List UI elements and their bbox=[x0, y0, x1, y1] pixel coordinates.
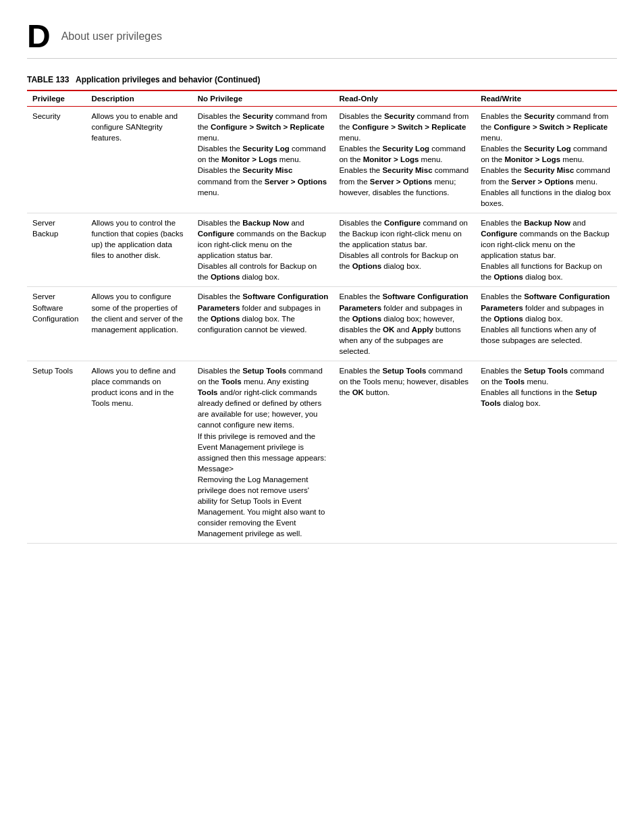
table-row: Server BackupAllows you to control the f… bbox=[27, 213, 617, 287]
cell-no-privilege: Disables the Backup Now and Configure co… bbox=[192, 213, 334, 287]
cell-description: Allows you to enable and configure SANte… bbox=[86, 107, 192, 213]
cell-privilege: Server Backup bbox=[27, 213, 86, 287]
cell-no-privilege: Disables the Setup Tools command on the … bbox=[192, 361, 334, 544]
cell-read-only: Disables the Security command from the C… bbox=[333, 107, 475, 213]
cell-read-write: Enables the Setup Tools command on the T… bbox=[475, 361, 617, 544]
cell-privilege: Server Software Configuration bbox=[27, 287, 86, 361]
table-row: SecurityAllows you to enable and configu… bbox=[27, 107, 617, 213]
cell-read-write: Enables the Backup Now and Configure com… bbox=[475, 213, 617, 287]
col-header-noprivilege: No Privilege bbox=[192, 90, 334, 107]
cell-read-only: Enables the Setup Tools command on the T… bbox=[333, 361, 475, 544]
table-row: Server Software ConfigurationAllows you … bbox=[27, 287, 617, 361]
cell-description: Allows you to control the function that … bbox=[86, 213, 192, 287]
cell-description: Allows you to define and place commands … bbox=[86, 361, 192, 544]
cell-read-only: Enables the Software Configuration Param… bbox=[333, 287, 475, 361]
chapter-letter: D bbox=[27, 20, 51, 53]
table-caption: TABLE 133 Application privileges and beh… bbox=[27, 75, 617, 84]
chapter-title: About user privileges bbox=[61, 30, 162, 43]
table-id: TABLE 133 bbox=[27, 75, 69, 84]
col-header-readonly: Read-Only bbox=[333, 90, 475, 107]
cell-description: Allows you to configure some of the prop… bbox=[86, 287, 192, 361]
privileges-table: Privilege Description No Privilege Read-… bbox=[27, 90, 617, 544]
cell-read-write: Enables the Security command from the Co… bbox=[475, 107, 617, 213]
cell-privilege: Setup Tools bbox=[27, 361, 86, 544]
cell-no-privilege: Disables the Security command from the C… bbox=[192, 107, 334, 213]
cell-privilege: Security bbox=[27, 107, 86, 213]
page-header: D About user privileges bbox=[27, 20, 617, 59]
cell-no-privilege: Disables the Software Configuration Para… bbox=[192, 287, 334, 361]
col-header-readwrite: Read/Write bbox=[475, 90, 617, 107]
col-header-privilege: Privilege bbox=[27, 90, 86, 107]
table-row: Setup ToolsAllows you to define and plac… bbox=[27, 361, 617, 544]
table-caption-text: Application privileges and behavior (Con… bbox=[72, 75, 261, 84]
cell-read-only: Disables the Configure command on the Ba… bbox=[333, 213, 475, 287]
col-header-description: Description bbox=[86, 90, 192, 107]
table-header-row: Privilege Description No Privilege Read-… bbox=[27, 90, 617, 107]
cell-read-write: Enables the Software Configuration Param… bbox=[475, 287, 617, 361]
